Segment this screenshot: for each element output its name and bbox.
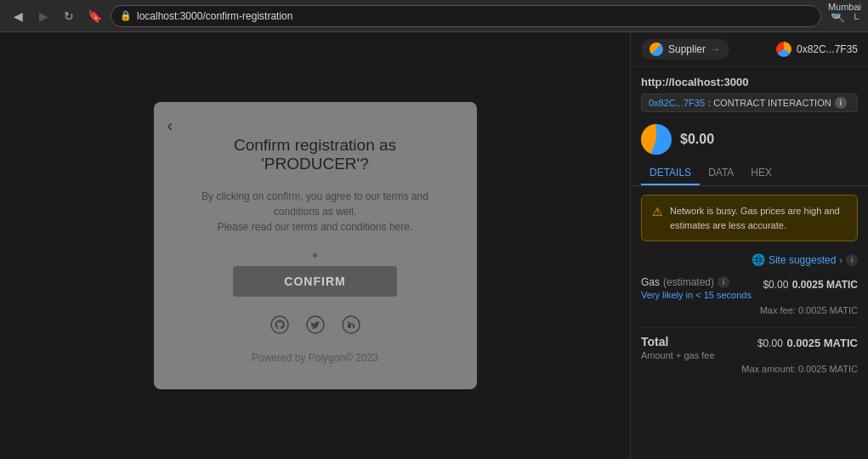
mm-warning-box: ⚠ Network is busy. Gas prices are high a… (641, 195, 858, 241)
confirm-button[interactable]: CONFIRM (233, 266, 396, 297)
mm-total-label: Total (641, 335, 715, 348)
mm-total-row: Total Amount + gas fee $0.00 0.0025 MATI… (641, 335, 858, 360)
footer-powered-text: Powered by (252, 352, 305, 364)
mm-site-row: http://localhost:3000 0x82C...7F35 : CON… (631, 67, 868, 117)
mm-site-suggest-info-icon[interactable]: i (846, 254, 858, 266)
twitter-icon-button[interactable] (306, 315, 325, 338)
mm-gas-left: Gas (estimated) i Very likely in < 15 se… (641, 276, 752, 300)
bookmark-button[interactable]: 🔖 (85, 7, 104, 26)
modal-title: Confirm registration as 'PRODUCER'? (179, 136, 451, 173)
mm-maxamt-text: Max amount: 0.0025 MATIC (741, 364, 858, 374)
mm-maxamt-row: Max amount: 0.0025 MATIC (641, 364, 858, 374)
mm-warning-text: Network is busy. Gas prices are high and… (670, 204, 847, 232)
metamask-panel: Mumbai Supplier → 0x82C...7F35 http://lo… (630, 32, 868, 459)
mm-amount-row: $0.00 (631, 117, 868, 162)
mm-gas-matic: 0.0025 MATIC (792, 279, 858, 291)
url-text: localhost:3000/confirm-registration (137, 10, 292, 22)
svg-rect-3 (348, 324, 349, 329)
mm-total-right: $0.00 0.0025 MATIC (757, 335, 858, 350)
mm-contract-addr: 0x82C...7F35 (649, 98, 705, 108)
mm-gas-likely: Very likely in < 15 seconds (641, 290, 752, 300)
mm-warning-icon: ⚠ (652, 205, 663, 232)
github-icon-button[interactable] (270, 315, 289, 338)
mm-maxamt-value: 0.0025 MATIC (798, 364, 858, 374)
mm-tab-details[interactable]: DETAILS (641, 162, 700, 185)
linkedin-icon-button[interactable] (342, 315, 360, 338)
mm-maxfee-label: Max fee: (760, 305, 796, 315)
mm-pie-chart (641, 124, 672, 155)
mm-total-sub: Amount + gas fee (641, 350, 715, 360)
mm-divider (641, 327, 858, 328)
mm-gas-label: Gas (estimated) i (641, 276, 752, 288)
modal-card: ‹ Confirm registration as 'PRODUCER'? By… (154, 102, 477, 389)
mm-gas-right: $0.00 0.0025 MATIC (763, 276, 858, 292)
mm-network-name: Supplier (668, 43, 706, 55)
modal-description: By clicking on confirm, you agree to our… (179, 189, 451, 235)
mm-tabs: DETAILS DATA HEX (631, 162, 868, 186)
mm-chevron-right-icon[interactable]: › (839, 255, 842, 265)
mm-account-avatar (776, 42, 791, 57)
mm-gas-row: Gas (estimated) i Very likely in < 15 se… (641, 276, 858, 300)
mm-gas-estimated: (estimated) (663, 276, 714, 288)
mm-maxfee-value: 0.0025 MATIC (798, 305, 858, 315)
mm-globe-icon: 🌐 (752, 253, 765, 266)
mm-network-dot (650, 42, 663, 56)
mm-gas-text: Gas (641, 276, 660, 288)
mm-header: Supplier → 0x82C...7F35 (631, 32, 868, 67)
back-button[interactable]: ◀ (9, 7, 27, 26)
lock-icon: 🔒 (120, 10, 132, 21)
mm-total-left: Total Amount + gas fee (641, 335, 715, 360)
footer-year: © 2023 (345, 352, 378, 364)
mm-site-url: http://localhost:3000 (641, 76, 858, 88)
mm-total-usd: $0.00 (757, 337, 783, 349)
mm-contract-badge: 0x82C...7F35 : CONTRACT INTERACTION i (641, 94, 858, 112)
forward-button[interactable]: ▶ (34, 7, 53, 26)
mm-maxfee-text: Max fee: 0.0025 MATIC (760, 305, 858, 315)
mm-scroll-area: ⚠ Network is busy. Gas prices are high a… (631, 186, 868, 459)
footer-brand: Polygon (309, 352, 345, 364)
reload-button[interactable]: ↻ (60, 7, 78, 26)
mm-contract-label: : CONTRACT INTERACTION (708, 98, 831, 108)
mm-total-matic: 0.0025 MATIC (786, 337, 858, 349)
svg-point-4 (348, 321, 349, 323)
modal-description-line2: Please read our terms and conditions her… (218, 221, 412, 233)
mm-maxamt-label: Max amount: (741, 364, 796, 374)
mm-amount-value: $0.00 (680, 132, 714, 147)
mm-maxfee-row: Max fee: 0.0025 MATIC (641, 305, 858, 315)
mm-account-address: 0x82C...7F35 (797, 43, 858, 55)
browser-bar: ◀ ▶ ↻ 🔖 🔒 localhost:3000/confirm-registr… (0, 0, 868, 32)
main-area: ‹ Confirm registration as 'PRODUCER'? By… (0, 32, 868, 459)
mm-gas-info-icon[interactable]: i (718, 276, 729, 288)
social-icons (270, 315, 360, 338)
mm-gas-usd: $0.00 (763, 279, 788, 291)
mm-site-suggest-label: Site suggested (769, 254, 836, 266)
address-bar[interactable]: 🔒 localhost:3000/confirm-registration (111, 5, 821, 27)
modal-back-button[interactable]: ‹ (167, 116, 173, 135)
mm-network-pill[interactable]: Supplier → (641, 39, 729, 60)
svg-point-0 (271, 316, 288, 333)
mm-tab-data[interactable]: DATA (700, 162, 742, 185)
mm-account[interactable]: 0x82C...7F35 (776, 42, 858, 57)
modal-footer: Powered by Polygon© 2023 (252, 352, 378, 364)
modal-dot (313, 253, 317, 258)
modal-description-line1: By clicking on confirm, you agree to our… (201, 190, 428, 218)
mm-arrow-icon: → (711, 43, 721, 55)
mm-site-suggest-row: 🌐 Site suggested › i (641, 253, 858, 266)
mm-tab-hex[interactable]: HEX (742, 162, 780, 185)
mm-contract-info-icon[interactable]: i (835, 97, 847, 109)
web-page: ‹ Confirm registration as 'PRODUCER'? By… (0, 32, 630, 459)
